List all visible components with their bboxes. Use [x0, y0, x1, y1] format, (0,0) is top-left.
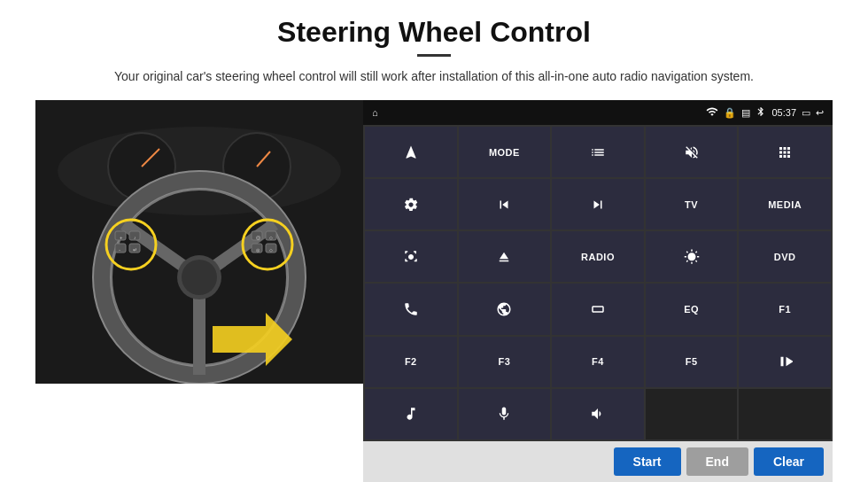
- content-row: + ♪ - ↵ ◎ ◇ ◎ ◇: [35, 100, 833, 482]
- f4-btn[interactable]: F4: [552, 337, 644, 387]
- svg-text:◎: ◎: [256, 235, 260, 240]
- title-divider: [417, 54, 451, 57]
- svg-text:-: -: [119, 247, 120, 253]
- time-display: 05:37: [771, 107, 796, 118]
- cam360-btn[interactable]: [365, 231, 457, 282]
- f2-btn[interactable]: F2: [365, 337, 457, 387]
- bottom-action-bar: Start End Clear: [363, 441, 833, 482]
- svg-text:+: +: [120, 235, 123, 240]
- f3-btn[interactable]: F3: [459, 337, 551, 387]
- steering-wheel-image: + ♪ - ↵ ◎ ◇ ◎ ◇: [35, 100, 363, 384]
- internet-btn[interactable]: [459, 284, 551, 334]
- tv-btn[interactable]: TV: [646, 179, 738, 229]
- empty-btn-1: [646, 389, 738, 439]
- dvd-btn[interactable]: DVD: [739, 231, 831, 282]
- sim-icon: ▤: [741, 107, 750, 119]
- eject-btn[interactable]: [459, 231, 551, 282]
- start-button[interactable]: Start: [614, 447, 681, 476]
- status-bar: ⌂ 🔒 ▤ 05:37 ▭ ↩: [363, 100, 833, 125]
- list-btn[interactable]: [552, 127, 644, 177]
- control-panel: ⌂ 🔒 ▤ 05:37 ▭ ↩: [363, 100, 833, 482]
- page-title: Steering Wheel Control: [277, 16, 591, 49]
- bluetooth-icon: [756, 105, 766, 120]
- media-btn[interactable]: MEDIA: [739, 179, 831, 229]
- nav-btn[interactable]: [365, 127, 457, 177]
- brightness-btn[interactable]: [646, 231, 738, 282]
- page-container: Steering Wheel Control Your original car…: [0, 0, 868, 482]
- clear-button[interactable]: Clear: [754, 447, 824, 476]
- next-btn[interactable]: [552, 179, 644, 229]
- apps-btn[interactable]: [739, 127, 831, 177]
- wifi-icon: [706, 105, 718, 120]
- svg-text:◇: ◇: [269, 235, 273, 240]
- aspect-btn[interactable]: [552, 284, 644, 334]
- button-grid: MODE TV: [363, 125, 833, 441]
- mic-btn[interactable]: [459, 389, 551, 439]
- play-pause-btn[interactable]: [739, 337, 831, 387]
- svg-point-13: [182, 260, 217, 295]
- music-btn[interactable]: [365, 389, 457, 439]
- mode-btn[interactable]: MODE: [459, 127, 551, 177]
- svg-text:◇: ◇: [269, 247, 273, 253]
- home-icon: ⌂: [372, 107, 378, 118]
- back-icon: ↩: [816, 107, 824, 119]
- eq-btn[interactable]: EQ: [646, 284, 738, 334]
- settings-btn[interactable]: [365, 179, 457, 229]
- mute-btn[interactable]: [646, 127, 738, 177]
- screen-icon: ▭: [802, 107, 810, 119]
- status-left: ⌂: [372, 107, 378, 118]
- radio-btn[interactable]: RADIO: [552, 231, 644, 282]
- svg-text:↵: ↵: [133, 247, 137, 253]
- lock-icon: 🔒: [724, 107, 736, 119]
- phone-btn[interactable]: [365, 284, 457, 334]
- page-subtitle: Your original car's steering wheel contr…: [114, 67, 754, 86]
- vol-phone-btn[interactable]: [552, 389, 644, 439]
- f5-btn[interactable]: F5: [646, 337, 738, 387]
- prev-btn[interactable]: [459, 179, 551, 229]
- status-right: 🔒 ▤ 05:37 ▭ ↩: [706, 105, 824, 120]
- end-button[interactable]: End: [686, 447, 748, 476]
- f1-btn[interactable]: F1: [739, 284, 831, 334]
- empty-btn-2: [739, 389, 831, 439]
- svg-rect-17: [115, 244, 126, 253]
